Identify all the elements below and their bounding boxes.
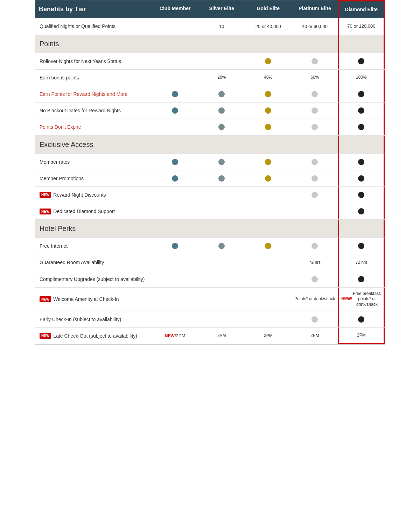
- benefit-label: NEW Welcome Amenity at Check-In: [35, 288, 152, 311]
- benefit-label: Member rates: [35, 154, 152, 170]
- table-row: NEW Welcome Amenity at Check-InPoints* o…: [35, 288, 385, 311]
- benefit-label: Free Internet: [35, 238, 152, 254]
- benefit-label: Rollover Nights for Next Year's Status: [35, 53, 152, 69]
- table-header: Benefits by Tier Club Member Silver Elit…: [35, 0, 385, 18]
- benefit-label: Earn bonus points: [35, 70, 152, 86]
- table-row: Earn bonus points20%40%60%100%: [35, 70, 385, 86]
- qualifications-diamond: 70 or 120,000: [338, 18, 385, 34]
- header-silver: Silver Elite: [198, 0, 245, 18]
- table-row: NEW Reward Night Discounts: [35, 187, 385, 203]
- qualifications-silver: 10: [198, 18, 245, 34]
- header-club: Club Member: [152, 0, 198, 18]
- benefit-label: Early Check-In (subject to availability): [35, 311, 152, 327]
- benefit-label: NEW Reward Night Discounts: [35, 187, 152, 203]
- sections-container: PointsRollover Nights for Next Year's St…: [35, 35, 385, 344]
- new-badge: NEW: [40, 209, 51, 214]
- section-label-2: Hotel Perks: [35, 220, 152, 238]
- table-row: Rollover Nights for Next Year's Status: [35, 53, 385, 70]
- benefit-label: Guaranteed Room Availability: [35, 254, 152, 270]
- qualifications-gold: 20 or 40,000: [245, 18, 292, 34]
- qualifications-platinum: 40 or 60,000: [292, 18, 338, 34]
- benefits-table: Benefits by Tier Club Member Silver Elit…: [35, 0, 385, 345]
- header-platinum: Platinum Elite: [292, 0, 338, 18]
- section-row-1: Exclusive Access: [35, 136, 385, 154]
- table-row: Early Check-In (subject to availability): [35, 311, 385, 328]
- header-diamond: Diamond Elite: [338, 0, 385, 18]
- benefit-label: NEW Dedicated Diamond Support: [35, 203, 152, 219]
- benefit-label[interactable]: Points Don't Expire: [35, 119, 152, 135]
- section-row-2: Hotel Perks: [35, 220, 385, 238]
- table-row: Member rates: [35, 154, 385, 170]
- benefit-label: Complimentary Upgrades (subject to avail…: [35, 271, 152, 287]
- header-benefit-label: Benefits by Tier: [35, 0, 152, 18]
- table-row: No Blackout Dates for Reward Nights: [35, 103, 385, 119]
- qualifications-club: [152, 18, 198, 34]
- new-badge: NEW: [40, 333, 51, 339]
- header-gold: Gold Elite: [245, 0, 292, 18]
- table-row: Guaranteed Room Availability72 hrs72 hrs: [35, 254, 385, 271]
- new-badge: NEW: [40, 192, 51, 198]
- benefit-label: NEW Late Check-Out (subject to availabil…: [35, 328, 152, 344]
- table-row: Complimentary Upgrades (subject to avail…: [35, 271, 385, 288]
- section-label-1: Exclusive Access: [35, 136, 152, 154]
- qualifications-row: Qualified Nights or Qualified Points 10 …: [35, 18, 385, 35]
- qualifications-label: Qualified Nights or Qualified Points: [35, 18, 152, 34]
- benefit-label[interactable]: Earn Points for Reward Nights and More: [35, 86, 152, 102]
- table-row: NEW Dedicated Diamond Support: [35, 203, 385, 220]
- benefit-label: Member Promotions: [35, 170, 152, 186]
- table-row: Earn Points for Reward Nights and More: [35, 86, 385, 103]
- section-label-0: Points: [35, 35, 152, 53]
- benefit-label: No Blackout Dates for Reward Nights: [35, 103, 152, 119]
- table-row: Member Promotions: [35, 170, 385, 187]
- table-row: Free Internet: [35, 238, 385, 254]
- new-badge: NEW: [40, 296, 51, 302]
- table-row: Points Don't Expire: [35, 119, 385, 135]
- table-row: NEW Late Check-Out (subject to availabil…: [35, 328, 385, 344]
- section-row-0: Points: [35, 35, 385, 53]
